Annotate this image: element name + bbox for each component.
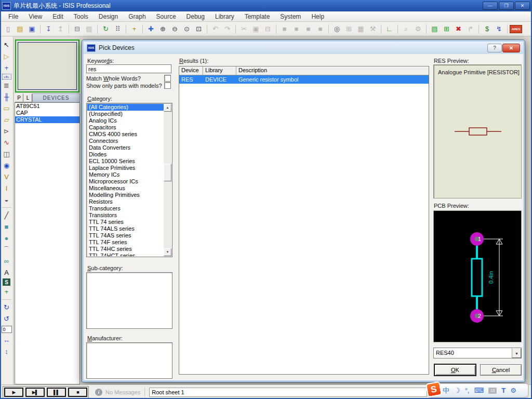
dialog-close-button[interactable]: ✕ <box>502 44 520 52</box>
electrical-check-icon[interactable]: ↯ <box>493 23 505 35</box>
new-file-icon[interactable]: ▯ <box>2 23 14 35</box>
export-section-icon[interactable]: ↥ <box>55 23 66 35</box>
match-whole-words-checkbox[interactable] <box>164 75 171 82</box>
import-section-icon[interactable]: ↧ <box>43 23 55 35</box>
category-item[interactable]: (Unspecified) <box>87 111 164 117</box>
result-row[interactable]: RES DEVICE Generic resistor symbol <box>179 75 429 84</box>
category-item[interactable]: Miscellaneous <box>87 185 164 192</box>
design-explorer-icon[interactable]: ▤ <box>429 23 441 35</box>
step-button[interactable]: ▶▌ <box>25 388 45 397</box>
undo-icon[interactable]: ↶ <box>209 23 221 35</box>
punctuation-icon[interactable]: °, <box>465 387 470 394</box>
selection-tool[interactable]: ↖ <box>1 39 12 50</box>
category-item[interactable]: Modelling Primitives <box>87 192 164 198</box>
redraw-icon[interactable]: ↻ <box>100 23 112 35</box>
category-item[interactable]: ECL 10000 Series <box>87 158 164 165</box>
grid-toggle-icon[interactable]: ⠿ <box>112 23 124 35</box>
category-item[interactable]: Transducers <box>87 205 164 212</box>
category-item[interactable]: TTL 74 series <box>87 219 164 225</box>
zoom-out-icon[interactable]: ⊖ <box>169 23 181 35</box>
component-tool[interactable]: ▷ <box>1 51 12 62</box>
arc-tool[interactable]: ⌒ <box>1 244 12 255</box>
marker-tool[interactable]: + <box>1 286 12 297</box>
dialog-help-button[interactable]: ? <box>487 44 502 52</box>
manufacturer-listbox[interactable] <box>86 342 172 379</box>
category-item[interactable]: Analog ICs <box>87 117 164 124</box>
category-item[interactable]: Memory ICs <box>87 171 164 178</box>
instruments-tool[interactable]: ◒ <box>1 194 12 205</box>
toolbox-13-icon[interactable]: 13 <box>488 388 497 394</box>
moon-icon[interactable]: ☽ <box>454 387 460 394</box>
category-item[interactable]: Data Converters <box>87 144 164 151</box>
pause-button[interactable]: ▌▌ <box>47 388 66 397</box>
zoom-area-icon[interactable]: ⊡ <box>193 23 205 35</box>
redo-icon[interactable]: ↷ <box>221 23 233 35</box>
terminal-tool[interactable]: ▱ <box>1 114 12 125</box>
pan-icon[interactable]: ✚ <box>145 23 157 35</box>
menu-item[interactable]: Graph <box>123 12 151 21</box>
stop-button[interactable]: ■ <box>68 388 87 397</box>
pick-device-icon[interactable]: ◎ <box>331 23 343 35</box>
results-column-header[interactable]: Library <box>203 66 236 75</box>
category-item[interactable]: Diodes <box>87 151 164 158</box>
menu-item[interactable]: Help <box>306 12 329 21</box>
cancel-button[interactable]: Cancel <box>480 364 522 376</box>
category-item[interactable]: Capacitors <box>87 124 164 131</box>
chinese-mode-icon[interactable]: 中 <box>443 386 449 395</box>
subcircuit-tool[interactable]: ▭ <box>1 103 12 114</box>
device-list-item[interactable]: AT89C51 <box>15 103 79 110</box>
text-tool[interactable]: A <box>1 267 12 278</box>
buses-tool[interactable]: ╫ <box>1 91 12 102</box>
bill-of-materials-icon[interactable]: $ <box>481 23 493 35</box>
remove-sheet-icon[interactable]: ✖ <box>453 23 464 35</box>
footprint-combo[interactable]: RES40 ▼ <box>433 348 522 358</box>
block-delete-icon[interactable]: ■ <box>314 23 326 35</box>
category-item[interactable]: TTL 74HCT series <box>87 252 164 256</box>
keyboard-icon[interactable]: ⌨ <box>474 387 484 394</box>
decompose-icon[interactable]: ⚒ <box>367 23 379 35</box>
rotate-ccw-button[interactable]: ↺ <box>1 313 12 324</box>
category-item[interactable]: TTL 74F series <box>87 239 164 246</box>
close-button[interactable]: ✕ <box>515 2 530 10</box>
make-device-icon[interactable]: ⊞ <box>343 23 355 35</box>
open-folder-icon[interactable]: ▤ <box>14 23 26 35</box>
minimize-button[interactable]: — <box>483 2 498 10</box>
graph-tool[interactable]: ∿ <box>1 137 12 148</box>
block-copy-icon[interactable]: ■ <box>278 23 290 35</box>
category-item[interactable]: Connectors <box>87 138 164 144</box>
results-column-header[interactable]: Device <box>179 66 203 75</box>
category-item[interactable]: TTL 74ALS series <box>87 225 164 232</box>
menu-item[interactable]: Library <box>210 12 240 21</box>
menu-item[interactable]: File <box>3 12 23 21</box>
menu-item[interactable]: Template <box>240 12 275 21</box>
sogou-logo[interactable]: S <box>425 381 442 397</box>
scroll-up-button[interactable]: ▲ <box>164 104 171 112</box>
category-item[interactable]: Resistors <box>87 198 164 205</box>
skin-icon[interactable]: T <box>501 387 506 394</box>
pick-parts-button[interactable]: P <box>15 94 23 102</box>
category-item[interactable]: Laplace Primitives <box>87 165 164 171</box>
search-tag-icon[interactable]: ⌕ <box>400 23 412 35</box>
category-item[interactable]: Microprocessor ICs <box>87 178 164 185</box>
text-script-tool[interactable]: ≣ <box>1 80 12 91</box>
library-button[interactable]: L <box>23 94 32 102</box>
origin-icon[interactable]: + <box>128 23 140 35</box>
symbol-tool[interactable]: S <box>3 278 10 286</box>
junction-dot-tool[interactable]: + <box>1 62 12 73</box>
category-item[interactable]: Transistors <box>87 212 164 219</box>
category-item[interactable]: TTL 74HC series <box>87 246 164 252</box>
zoom-in-icon[interactable]: ⊕ <box>157 23 169 35</box>
voltage-probe-tool[interactable]: V <box>1 171 12 182</box>
menu-item[interactable]: Source <box>151 12 181 21</box>
property-assignment-icon[interactable]: ⚙ <box>412 23 424 35</box>
scroll-down-button[interactable]: ▼ <box>164 248 171 256</box>
device-list-item[interactable]: CRYSTAL <box>15 116 79 123</box>
line-tool[interactable]: ╱ <box>1 210 12 221</box>
wrench-icon[interactable]: ⚙ <box>510 387 516 394</box>
chevron-down-icon[interactable]: ▼ <box>512 348 521 358</box>
path-tool[interactable]: ∞ <box>1 256 12 267</box>
ok-button[interactable]: OK <box>434 364 476 376</box>
category-item[interactable]: TTL 74AS series <box>87 232 164 239</box>
menu-item[interactable]: System <box>275 12 306 21</box>
menu-item[interactable]: Edit <box>47 12 69 21</box>
